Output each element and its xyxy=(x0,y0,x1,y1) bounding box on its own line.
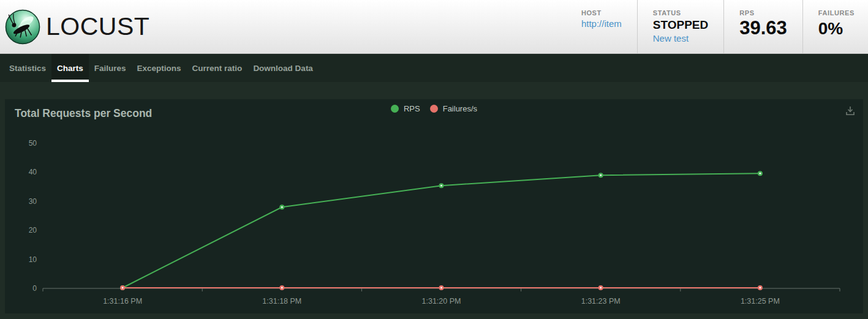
status-label: STATUS xyxy=(653,9,708,17)
svg-text:40: 40 xyxy=(29,168,37,176)
svg-text:20: 20 xyxy=(29,226,37,235)
svg-text:30: 30 xyxy=(29,197,37,206)
legend-dot-rps xyxy=(391,105,399,113)
x-axis-labels: 1:31:16 PM1:31:18 PM1:31:20 PM1:31:23 PM… xyxy=(103,297,780,306)
stat-host: HOST http://item xyxy=(566,0,637,53)
legend-dot-failures-s xyxy=(430,105,438,113)
chart-canvas: 010203040501:31:16 PM1:31:18 PM1:31:20 P… xyxy=(5,99,863,313)
brand[interactable]: LOCUST xyxy=(0,9,149,45)
svg-text:0: 0 xyxy=(32,284,37,293)
rps-value: 39.63 xyxy=(739,18,787,39)
chart-panel: 010203040501:31:16 PM1:31:18 PM1:31:20 P… xyxy=(5,99,863,313)
legend-item-failures-s[interactable]: Failures/s xyxy=(430,104,477,113)
svg-text:10: 10 xyxy=(29,255,37,264)
failures-s-series xyxy=(120,285,763,290)
tab-charts[interactable]: Charts xyxy=(51,54,89,82)
stat-status: STATUS STOPPED New test xyxy=(637,0,723,53)
stat-rps: RPS 39.63 xyxy=(723,0,802,53)
stat-failures: FAILURES 0% xyxy=(802,0,868,53)
save-chart-button[interactable] xyxy=(843,104,857,118)
rps-series xyxy=(120,171,763,290)
header: LOCUST HOST http://item STATUS STOPPED N… xyxy=(0,0,868,54)
host-label: HOST xyxy=(581,9,622,17)
rps-line xyxy=(123,173,760,288)
svg-text:50: 50 xyxy=(29,139,37,148)
svg-text:1:31:16 PM: 1:31:16 PM xyxy=(103,297,142,306)
locust-logo-icon xyxy=(5,9,40,45)
download-icon xyxy=(845,105,856,116)
y-axis-labels: 01020304050 xyxy=(29,139,37,293)
svg-text:1:31:23 PM: 1:31:23 PM xyxy=(581,297,621,306)
new-test-link[interactable]: New test xyxy=(653,33,708,43)
legend-item-rps[interactable]: RPS xyxy=(391,104,420,113)
tab-current-ratio[interactable]: Current ratio xyxy=(187,54,248,82)
status-value: STOPPED xyxy=(653,18,708,32)
tab-download-data[interactable]: Download Data xyxy=(247,54,319,82)
failures-label: FAILURES xyxy=(818,9,855,17)
header-stats: HOST http://item STATUS STOPPED New test… xyxy=(566,0,868,53)
legend-label-failures-s: Failures/s xyxy=(443,104,477,113)
tab-statistics[interactable]: Statistics xyxy=(4,54,51,82)
tab-failures[interactable]: Failures xyxy=(89,54,132,82)
svg-text:1:31:25 PM: 1:31:25 PM xyxy=(741,297,780,306)
tab-bar: Statistics Charts Failures Exceptions Cu… xyxy=(0,54,868,82)
host-link[interactable]: http://item xyxy=(581,18,622,29)
failures-value: 0% xyxy=(818,18,855,37)
rps-label: RPS xyxy=(739,9,787,17)
svg-text:1:31:20 PM: 1:31:20 PM xyxy=(422,297,461,306)
chart-legend: RPSFailures/s xyxy=(5,100,863,116)
svg-text:1:31:18 PM: 1:31:18 PM xyxy=(262,297,301,306)
legend-label-rps: RPS xyxy=(404,104,420,113)
brand-wordmark: LOCUST xyxy=(46,14,149,39)
tab-exceptions[interactable]: Exceptions xyxy=(132,54,187,82)
